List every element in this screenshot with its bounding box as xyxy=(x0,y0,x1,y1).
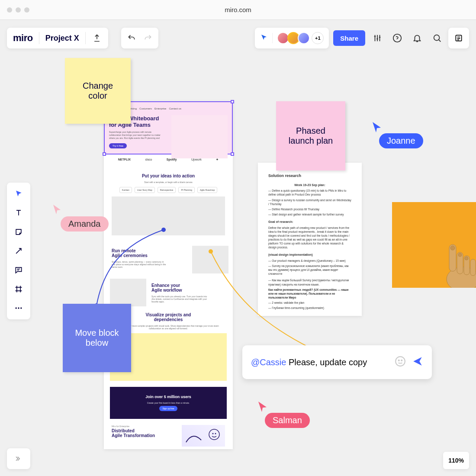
svg-point-4 xyxy=(18,307,19,309)
selection-handle[interactable] xyxy=(231,100,234,103)
sticky-text: Phased launch plan xyxy=(284,126,338,146)
sticky-text: Change color xyxy=(73,81,123,101)
user-tag-joanne: Joanne xyxy=(379,133,423,148)
mention: @Cassie xyxy=(251,357,286,367)
send-icon[interactable] xyxy=(412,356,423,369)
board-header: miro Project X xyxy=(7,28,108,48)
hero-image-placeholder xyxy=(171,115,228,158)
svg-point-7 xyxy=(212,433,214,434)
section-enterprise: Miro for Enterprise DistributedAgile Tra… xyxy=(104,419,233,449)
image-card[interactable] xyxy=(392,202,476,288)
maximize-dot[interactable] xyxy=(24,7,29,13)
sticky-note-yellow[interactable]: Change color xyxy=(65,58,131,124)
avatar[interactable] xyxy=(298,32,310,44)
svg-point-22 xyxy=(401,360,402,361)
svg-point-15 xyxy=(458,253,462,257)
notifications-icon[interactable] xyxy=(409,30,425,46)
svg-point-16 xyxy=(465,257,468,260)
browser-chrome: miro.com xyxy=(0,0,476,20)
canvas[interactable]: miro Project X +1 Shar xyxy=(0,20,476,476)
activity-panel-icon[interactable] xyxy=(448,28,469,48)
svg-point-21 xyxy=(399,360,399,361)
svg-point-6 xyxy=(209,429,219,440)
redo-icon[interactable] xyxy=(143,33,153,43)
section-join: Join over 5 million users Create your fi… xyxy=(110,387,227,419)
selection-handle[interactable] xyxy=(231,152,234,156)
hero-subtitle: Supercharge your Agile process with remo… xyxy=(109,131,161,140)
document-card[interactable]: Solution research Week 19-23 Sep plan: —… xyxy=(258,163,362,316)
traffic-lights xyxy=(7,7,29,13)
svg-point-1 xyxy=(434,35,440,41)
section-ideas: Put your ideas into action Start with a … xyxy=(104,167,233,241)
sticky-note-pink[interactable]: Phased launch plan xyxy=(276,101,345,170)
robot-hand-image xyxy=(424,232,476,288)
placeholder-block xyxy=(110,279,146,306)
sticky-text: Move block below xyxy=(71,328,123,348)
left-toolbar xyxy=(7,183,30,319)
user-cursor-joanne xyxy=(371,121,383,133)
settings-icon[interactable] xyxy=(370,30,385,46)
sticky-tool-icon[interactable] xyxy=(13,226,25,238)
collaborators-group: +1 xyxy=(255,28,329,48)
svg-point-14 xyxy=(450,246,455,250)
user-cursor-amanda xyxy=(52,204,62,215)
user-tag-amanda: Amanda xyxy=(61,216,109,232)
user-cursor-salman xyxy=(257,401,268,413)
undo-icon[interactable] xyxy=(126,33,137,43)
share-button[interactable]: Share xyxy=(333,30,365,46)
divider xyxy=(272,33,273,43)
svg-rect-13 xyxy=(470,259,476,276)
emoji-icon[interactable] xyxy=(395,356,406,369)
divider xyxy=(39,32,39,44)
hero-cta: Try it free xyxy=(109,143,127,148)
select-tool-icon[interactable] xyxy=(13,188,25,200)
sticky-note-blue[interactable]: Move block below xyxy=(63,304,131,372)
top-right-actions: +1 Share xyxy=(255,28,445,48)
placeholder-image xyxy=(182,425,225,447)
search-icon[interactable] xyxy=(429,30,445,46)
svg-point-20 xyxy=(396,357,405,366)
minimize-dot[interactable] xyxy=(16,7,21,13)
export-icon[interactable] xyxy=(92,33,102,43)
website-mockup[interactable]: miroProductPricingCustomersEnterpriseCon… xyxy=(104,101,233,449)
divider xyxy=(85,32,86,44)
svg-point-3 xyxy=(16,307,17,309)
user-tag-salman: Salman xyxy=(265,413,310,428)
avatar-overflow[interactable]: +1 xyxy=(312,32,324,44)
section-workflow: Enhance yourAgile workflow Sync with the… xyxy=(104,276,233,306)
miro-logo[interactable]: miro xyxy=(13,32,33,44)
placeholder-block xyxy=(192,246,228,273)
help-icon[interactable] xyxy=(389,30,405,46)
text-tool-icon[interactable] xyxy=(13,207,25,219)
project-name[interactable]: Project X xyxy=(45,34,79,43)
comment-text[interactable]: @Cassie Please, update copy xyxy=(251,357,389,367)
avatar-stack[interactable]: +1 xyxy=(277,32,324,44)
close-dot[interactable] xyxy=(7,7,12,13)
zoom-level[interactable]: 110% xyxy=(443,452,469,469)
arrow-tool-icon[interactable] xyxy=(13,245,25,257)
more-tools-icon[interactable] xyxy=(13,302,25,314)
frame-tool-icon[interactable] xyxy=(13,283,25,295)
comment-input-bar[interactable]: @Cassie Please, update copy xyxy=(242,345,432,379)
comment-tool-icon[interactable] xyxy=(13,264,25,276)
selection-handle[interactable] xyxy=(103,152,106,156)
doc-title: Solution research xyxy=(268,173,351,179)
svg-point-5 xyxy=(20,307,22,309)
placeholder-block xyxy=(112,196,225,235)
cursor-mode-icon[interactable] xyxy=(260,33,268,43)
section-ceremonies: Run remoteAgile ceremonies Standups, ret… xyxy=(104,241,233,276)
svg-point-8 xyxy=(215,433,216,434)
url-text: miro.com xyxy=(225,6,251,13)
undo-redo-bar xyxy=(121,28,158,48)
expand-panel-icon[interactable] xyxy=(7,448,30,469)
zoom-value: 110% xyxy=(448,457,464,464)
